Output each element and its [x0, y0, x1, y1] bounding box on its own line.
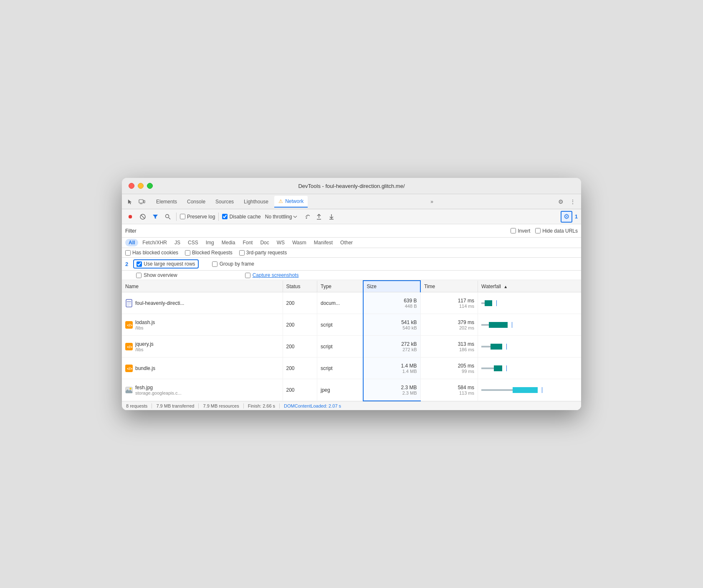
devtools-settings-icon[interactable]: ⚙ — [556, 197, 566, 207]
cell-name: fesh.jpg storage.googleapis.c... — [122, 379, 283, 401]
blocked-requests-label[interactable]: Blocked Requests — [185, 250, 233, 256]
filter-icon[interactable] — [150, 212, 160, 222]
waterfall-bar — [481, 300, 578, 306]
throttling-dropdown[interactable]: No throttling — [263, 213, 299, 220]
svg-text:</>: </> — [127, 323, 132, 327]
hide-urls-label[interactable]: Hide data URLs — [535, 228, 578, 234]
large-rows-checkbox[interactable] — [137, 261, 142, 267]
search-icon[interactable] — [163, 212, 173, 222]
download-icon[interactable] — [326, 212, 336, 222]
requests-count: 8 requests — [126, 403, 152, 408]
clear-button[interactable] — [138, 212, 148, 222]
network-settings-button[interactable]: ⚙ — [561, 211, 572, 223]
blocked-requests-checkbox[interactable] — [185, 250, 190, 256]
tab-console[interactable]: Console — [183, 196, 210, 207]
col-header-type[interactable]: Type — [317, 281, 363, 292]
minimize-button[interactable] — [138, 183, 144, 189]
cell-status: 200 — [283, 314, 317, 336]
svg-rect-1 — [144, 200, 145, 203]
maximize-button[interactable] — [147, 183, 153, 189]
svg-point-7 — [306, 217, 307, 218]
col-header-waterfall[interactable]: Waterfall ▲ — [478, 281, 582, 292]
group-by-frame-checkbox[interactable] — [212, 261, 217, 267]
cell-type: jpeg — [317, 379, 363, 401]
type-filter-ws[interactable]: WS — [273, 239, 288, 246]
table-body: foul-heavenly-directi... 200 docum... 63… — [122, 292, 581, 401]
cell-time: 117 ms 114 ms — [420, 292, 478, 314]
cell-waterfall — [478, 336, 582, 357]
table-row[interactable]: </> bundle.js 200 script 1.4 MB 1.4 MB 2… — [122, 357, 581, 379]
capture-screenshots-checkbox[interactable] — [245, 273, 250, 278]
sort-arrow-icon: ▲ — [503, 284, 508, 289]
traffic-lights — [129, 183, 153, 189]
type-filter-doc[interactable]: Doc — [257, 239, 272, 246]
type-filter-css[interactable]: CSS — [185, 239, 202, 246]
capture-screenshots-label[interactable]: Capture screenshots — [245, 272, 299, 278]
col-header-name[interactable]: Name — [122, 281, 283, 292]
tab-bar: Elements Console Sources Lighthouse ⚠ Ne… — [122, 194, 581, 209]
badge-1: 1 — [575, 213, 578, 220]
type-filter-other[interactable]: Other — [337, 239, 356, 246]
type-filter-media[interactable]: Media — [218, 239, 239, 246]
large-rows-label[interactable]: Use large request rows — [133, 259, 198, 269]
settings-row-1: 2 Use large request rows Group by frame — [122, 258, 581, 271]
tab-elements[interactable]: Elements — [152, 196, 181, 207]
group-by-frame-label[interactable]: Group by frame — [212, 261, 254, 267]
devtools-more-icon[interactable]: ⋮ — [568, 197, 578, 207]
close-button[interactable] — [129, 183, 134, 189]
col-header-size[interactable]: Size — [363, 281, 421, 292]
disable-cache-label[interactable]: Disable cache — [222, 214, 260, 220]
filter-label: Filter — [125, 228, 137, 234]
cell-waterfall — [478, 379, 582, 401]
tab-icons — [125, 197, 147, 207]
table-row[interactable]: foul-heavenly-directi... 200 docum... 63… — [122, 292, 581, 314]
col-header-time[interactable]: Time — [420, 281, 478, 292]
invert-label[interactable]: Invert — [511, 228, 530, 234]
svg-text:</>: </> — [127, 345, 132, 349]
device-icon[interactable] — [137, 197, 147, 207]
table-row[interactable]: </> lodash.js /libs 200 script 541 kB 54… — [122, 314, 581, 336]
cell-size: 541 kB 540 kB — [363, 314, 421, 336]
preserve-log-checkbox[interactable] — [180, 214, 185, 219]
script-icon: </> — [125, 321, 133, 329]
status-bar: 8 requests 7.9 MB transferred 7.9 MB res… — [122, 401, 581, 410]
invert-checkbox[interactable] — [511, 228, 516, 233]
type-filter-js[interactable]: JS — [171, 239, 184, 246]
col-header-status[interactable]: Status — [283, 281, 317, 292]
has-blocked-cookies-checkbox[interactable] — [125, 250, 131, 256]
tab-sources[interactable]: Sources — [211, 196, 238, 207]
network-conditions-icon[interactable] — [301, 212, 311, 222]
third-party-label[interactable]: 3rd-party requests — [239, 250, 287, 256]
type-filter-all[interactable]: All — [125, 239, 138, 246]
type-filter-wasm[interactable]: Wasm — [289, 239, 310, 246]
cursor-icon[interactable] — [125, 197, 135, 207]
type-filter-font[interactable]: Font — [239, 239, 256, 246]
tab-more-button[interactable]: » — [428, 197, 436, 206]
show-overview-checkbox[interactable] — [136, 273, 142, 278]
third-party-checkbox[interactable] — [239, 250, 245, 256]
cell-status: 200 — [283, 292, 317, 314]
show-overview-label[interactable]: Show overview — [136, 272, 177, 278]
finish-time: Finish: 2.66 s — [244, 403, 280, 408]
svg-point-5 — [166, 214, 169, 218]
table-row[interactable]: </> jquery.js /libs 200 script 272 kB 27… — [122, 336, 581, 357]
svg-rect-0 — [139, 200, 143, 203]
upload-icon[interactable] — [314, 212, 324, 222]
tab-lighthouse[interactable]: Lighthouse — [240, 196, 273, 207]
table-row[interactable]: fesh.jpg storage.googleapis.c... 200 jpe… — [122, 379, 581, 401]
resources-size: 7.9 MB resources — [199, 403, 243, 408]
checkbox-row: Has blocked cookies Blocked Requests 3rd… — [122, 248, 581, 258]
hide-urls-checkbox[interactable] — [535, 228, 541, 233]
record-button[interactable]: ⏺ — [125, 212, 135, 222]
has-blocked-cookies-label[interactable]: Has blocked cookies — [125, 250, 178, 256]
tab-network[interactable]: ⚠ Network — [274, 196, 308, 208]
svg-line-4 — [141, 215, 144, 218]
type-filter-manifest[interactable]: Manifest — [311, 239, 336, 246]
type-filter-fetch[interactable]: Fetch/XHR — [139, 239, 170, 246]
preserve-log-label[interactable]: Preserve log — [180, 214, 215, 220]
disable-cache-checkbox[interactable] — [222, 214, 228, 219]
type-filter-img[interactable]: Img — [202, 239, 217, 246]
cell-time: 313 ms 186 ms — [420, 336, 478, 357]
table-header-row: Name Status Type Size Time Waterfall ▲ — [122, 281, 581, 292]
titlebar: DevTools - foul-heavenly-direction.glitc… — [122, 178, 581, 194]
